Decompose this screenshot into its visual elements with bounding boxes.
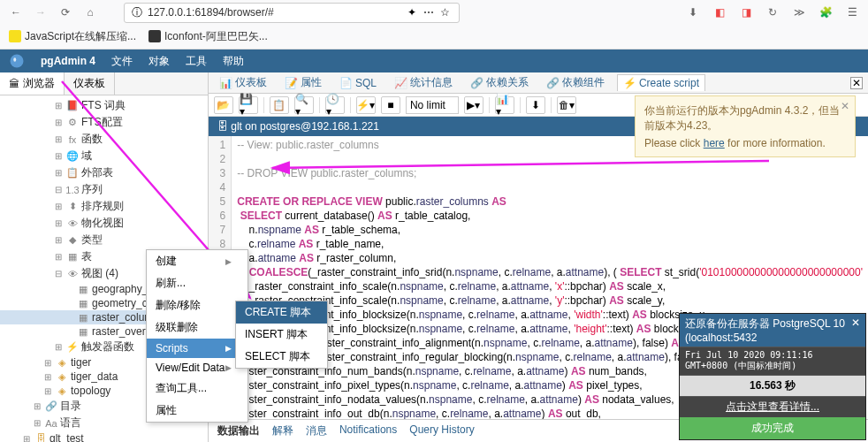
menu-help[interactable]: 帮助 [223, 54, 244, 69]
reload-button[interactable]: ⟳ [57, 4, 74, 21]
tab-explain[interactable]: 解释 [272, 423, 293, 438]
menu-object[interactable]: 对象 [148, 54, 170, 69]
menu-icon[interactable]: ☰ [843, 4, 861, 21]
pgadmin-logo-icon [9, 53, 25, 69]
tab-dependents[interactable]: 🔗 依赖组件 [541, 73, 610, 92]
back-button[interactable]: ← [7, 4, 25, 21]
copy-button[interactable]: 📋 [270, 96, 289, 114]
menu-file[interactable]: 文件 [111, 54, 133, 69]
toast-close-button[interactable]: ✕ [851, 316, 860, 344]
tree-node[interactable]: ⊞◆类型 [0, 232, 208, 248]
ctx-create[interactable]: 创建▶ [147, 250, 247, 272]
restore-toast: 还原备份在服务器 PostgreSQL 10 (localhost:5432✕ … [679, 313, 866, 440]
history-button[interactable]: 🕓▾ [325, 96, 345, 114]
browser-tab[interactable]: 🏛浏览器 [0, 72, 65, 95]
find-button[interactable]: 🔍▾ [294, 96, 314, 114]
ext2-icon[interactable]: ◨ [737, 4, 755, 21]
limit-select[interactable] [406, 96, 459, 114]
execute-button[interactable]: ⚡▾ [356, 96, 376, 114]
tab-sql[interactable]: 📄 SQL [334, 75, 382, 91]
tree-node[interactable]: ⊞🌐域 [0, 148, 208, 164]
notice-line2: Please click here for more information. [644, 137, 846, 149]
tab-deps[interactable]: 🔗 依赖关系 [465, 73, 534, 92]
favicon-icon [9, 30, 21, 42]
save-button[interactable]: 💾▾ [239, 96, 258, 114]
bookmarks-bar: JavaScript在线解压缩... Iconfont-阿里巴巴矢... [0, 25, 868, 48]
open-button[interactable]: 📂 [214, 96, 233, 114]
tree-node[interactable]: ⊞fx函数 [0, 131, 208, 148]
ctx-create-script[interactable]: CREATE 脚本 [236, 301, 327, 324]
context-submenu-scripts[interactable]: CREATE 脚本 INSERT 脚本 SELECT 脚本 [235, 301, 328, 369]
toast-success: 成功完成 [680, 417, 865, 439]
tab-create-script[interactable]: ⚡ Create script [617, 74, 705, 91]
tab-stats[interactable]: 📈 统计信息 [389, 73, 458, 92]
forward-button[interactable]: → [32, 4, 49, 21]
tree-icon: 🏛 [9, 78, 19, 90]
main-layout: 🏛浏览器 仪表板 ⊞📕FTS 词典⊞⚙FTS配置⊞fx函数⊞🌐域⊞📋外部表⊟1.… [0, 72, 868, 442]
home-button[interactable]: ⌂ [81, 4, 99, 21]
stop-button[interactable]: ■ [381, 96, 400, 114]
pgadmin-titlebar: pgAdmin 4 文件 对象 工具 帮助 [0, 50, 868, 72]
tab-query-history[interactable]: Query History [409, 423, 474, 438]
tree-node[interactable]: ⊞⬍排序规则 [0, 198, 208, 215]
conn-icon: 🗄 [217, 120, 228, 133]
tab-messages[interactable]: 消息 [306, 423, 327, 438]
tree-node[interactable]: ⊞👁物化视图 [0, 215, 208, 232]
favicon-icon [148, 30, 161, 42]
browser-chrome: ← → ⟳ ⌂ ⓘ 127.0.0.1:61894/browser/# ✦ ⋯ … [0, 0, 868, 50]
toast-time: Fri Jul 10 2020 09:11:16 GMT+0800 (中国标准时… [680, 347, 865, 375]
tree-node[interactable]: ⊞⚙FTS配置 [0, 114, 208, 131]
ext1-icon[interactable]: ◧ [711, 4, 728, 21]
explain-button[interactable]: 📊▾ [495, 96, 514, 114]
dashboard-tab[interactable]: 仪表板 [65, 72, 115, 95]
sync-icon[interactable]: ↻ [764, 4, 781, 21]
ctx-insert-script[interactable]: INSERT 脚本 [236, 324, 327, 346]
bookmark-item[interactable]: JavaScript在线解压缩... [9, 29, 136, 44]
notice-link[interactable]: here [704, 137, 725, 149]
tab-notifications[interactable]: Notifications [339, 423, 397, 438]
context-menu[interactable]: 创建▶ 刷新... 删除/移除 级联删除 Scripts▶ View/Edit … [146, 249, 248, 423]
tree-node[interactable]: ⊞🗄glt_test [0, 431, 208, 442]
ctx-delete[interactable]: 删除/移除 [147, 294, 247, 316]
ctx-select-script[interactable]: SELECT 脚本 [236, 346, 327, 368]
url-text: 127.0.0.1:61894/browser/# [148, 6, 402, 19]
menu-tools[interactable]: 工具 [186, 54, 207, 69]
overflow-icon[interactable]: ≫ [790, 4, 808, 21]
tree-node[interactable]: ⊟1.3序列 [0, 181, 208, 198]
url-bar[interactable]: ⓘ 127.0.0.1:61894/browser/# ✦ ⋯ ☆ [124, 3, 460, 23]
left-panel-tabs: 🏛浏览器 仪表板 [0, 72, 208, 95]
tab-dashboard[interactable]: 📊 仪表板 [214, 73, 272, 92]
notice-close-button[interactable]: ✕ [841, 100, 849, 112]
info-icon[interactable]: ⓘ [132, 5, 142, 20]
right-tabs: 📊 仪表板 📝 属性 📄 SQL 📈 统计信息 🔗 依赖关系 🔗 依赖组件 ⚡ … [209, 72, 868, 94]
nav-bar: ← → ⟳ ⌂ ⓘ 127.0.0.1:61894/browser/# ✦ ⋯ … [0, 0, 868, 25]
tab-properties[interactable]: 📝 属性 [279, 73, 327, 92]
tree-node[interactable]: ⊞📋外部表 [0, 164, 208, 181]
addon-icon[interactable]: 🧩 [817, 4, 834, 21]
version-notice: ✕ 你当前运行的版本为pgAdmin 4.3.2，但当前版本为4.23。 Ple… [635, 95, 856, 157]
run-button[interactable]: ▶▾ [464, 96, 483, 114]
clear-button[interactable]: 🗑▾ [557, 96, 576, 114]
toast-duration: 16.563 秒 [680, 375, 865, 396]
ctx-cascade-delete[interactable]: 级联删除 [147, 316, 247, 339]
ctx-query-tool[interactable]: 查询工具... [147, 377, 247, 400]
tree-node[interactable]: ⊞📕FTS 词典 [0, 97, 208, 114]
ctx-view-edit[interactable]: View/Edit Data▶ [147, 358, 247, 377]
toast-detail-link[interactable]: 点击这里查看详情... [680, 396, 865, 417]
bookmark-item[interactable]: Iconfont-阿里巴巴矢... [148, 29, 268, 44]
ctx-refresh[interactable]: 刷新... [147, 272, 247, 294]
notice-line1: 你当前运行的版本为pgAdmin 4.3.2，但当前版本为4.23。 [644, 103, 846, 133]
ctx-properties[interactable]: 属性 [147, 400, 247, 422]
download-button[interactable]: ⬇ [526, 96, 545, 114]
app-title: pgAdmin 4 [41, 55, 95, 67]
svg-point-1 [13, 57, 16, 62]
tab-data-output[interactable]: 数据输出 [217, 423, 260, 438]
svg-point-0 [11, 55, 24, 68]
toast-header: 还原备份在服务器 PostgreSQL 10 (localhost:5432✕ [680, 314, 865, 347]
page-actions[interactable]: ✦ ⋯ ☆ [407, 6, 452, 19]
downloads-icon[interactable]: ⬇ [684, 4, 702, 21]
close-tab-button[interactable]: ✕ [850, 77, 863, 89]
ctx-scripts[interactable]: Scripts▶ [147, 339, 247, 358]
